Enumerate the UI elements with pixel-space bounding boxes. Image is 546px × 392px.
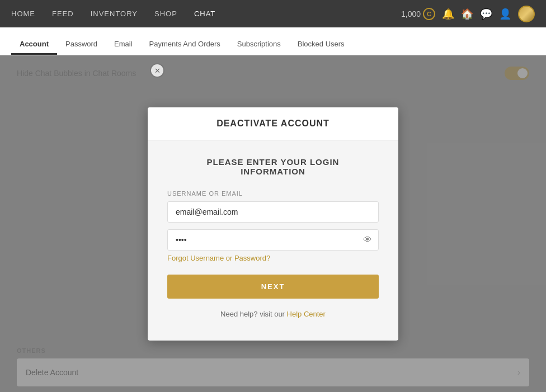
tab-password[interactable]: Password (57, 40, 106, 55)
next-button[interactable]: NEXT (167, 275, 379, 299)
deactivate-modal: DEACTIVATE ACCOUNT PLEASE ENTER YOUR LOG… (148, 107, 398, 341)
tab-account[interactable]: Account (11, 40, 57, 55)
coins-value: 1,000 (401, 10, 421, 18)
page-background: Hide Chat Bubbles in Chat Rooms OTHERS D… (0, 55, 546, 392)
avatar[interactable] (518, 6, 535, 22)
modal-wrapper: DEACTIVATE ACCOUNT PLEASE ENTER YOUR LOG… (0, 55, 546, 392)
password-input[interactable] (167, 229, 379, 251)
top-nav: HOME FEED INVENTORY SHOP CHAT 1,000 C 🔔 … (0, 0, 546, 27)
close-button[interactable]: ✕ (150, 63, 164, 78)
help-static-text: Need help? visit our (220, 310, 287, 318)
coin-icon: C (423, 8, 435, 20)
nav-inventory[interactable]: INVENTORY (91, 10, 138, 18)
messages-icon[interactable]: 💬 (480, 8, 492, 20)
help-center-link[interactable]: Help Center (287, 310, 326, 318)
nav-shop[interactable]: SHOP (154, 10, 177, 18)
nav-home[interactable]: HOME (11, 10, 35, 18)
forgot-link[interactable]: Forgot Username or Password? (167, 254, 379, 262)
user-icon[interactable]: 👤 (499, 8, 511, 20)
tab-email[interactable]: Email (106, 40, 141, 55)
tab-blocked-users[interactable]: Blocked Users (289, 40, 353, 55)
nav-feed[interactable]: FEED (52, 10, 74, 18)
modal-subtitle: PLEASE ENTER YOUR LOGININFORMATION (167, 157, 379, 176)
tab-subscriptions[interactable]: Subscriptions (229, 40, 289, 55)
username-label: USERNAME OR EMAIL (167, 190, 379, 197)
nav-chat[interactable]: CHAT (194, 10, 215, 18)
coins-display: 1,000 C (401, 8, 435, 20)
close-icon: ✕ (154, 67, 161, 75)
modal-body: PLEASE ENTER YOUR LOGININFORMATION USERN… (148, 140, 398, 341)
nav-links: HOME FEED INVENTORY SHOP CHAT (11, 10, 215, 18)
modal-header: DEACTIVATE ACCOUNT (148, 107, 398, 140)
password-wrap: 👁 (167, 229, 379, 251)
nav-right: 1,000 C 🔔 🏠 💬 👤 (401, 6, 535, 22)
tab-payments[interactable]: Payments And Orders (141, 40, 229, 55)
modal-title: DEACTIVATE ACCOUNT (216, 119, 330, 128)
notifications-icon[interactable]: 🔔 (442, 8, 454, 20)
username-input[interactable] (167, 201, 379, 223)
sub-nav: Account Password Email Payments And Orde… (0, 27, 546, 55)
help-text: Need help? visit our Help Center (167, 310, 379, 318)
home-icon[interactable]: 🏠 (461, 8, 473, 20)
eye-icon[interactable]: 👁 (363, 235, 372, 245)
